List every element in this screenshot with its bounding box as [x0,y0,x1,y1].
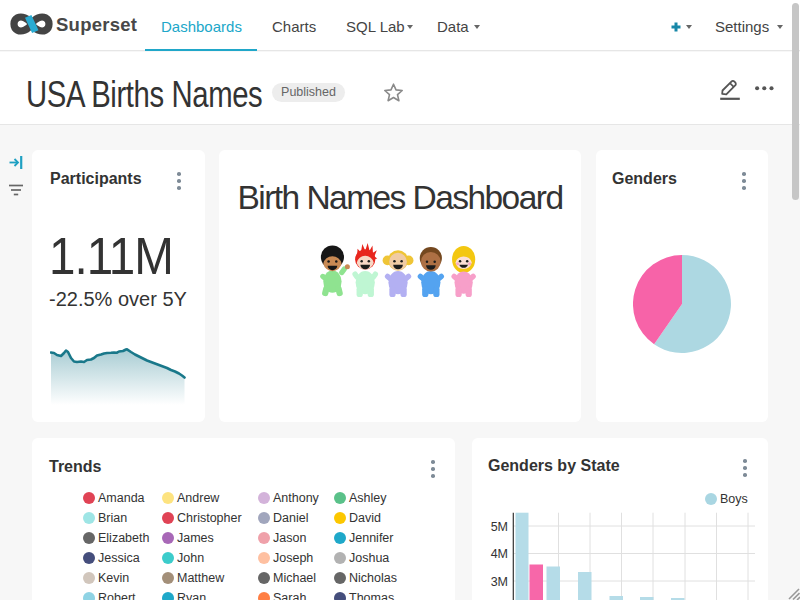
svg-text:4M: 4M [491,547,508,561]
svg-text:5M: 5M [491,520,508,534]
svg-text:3M: 3M [491,575,508,589]
